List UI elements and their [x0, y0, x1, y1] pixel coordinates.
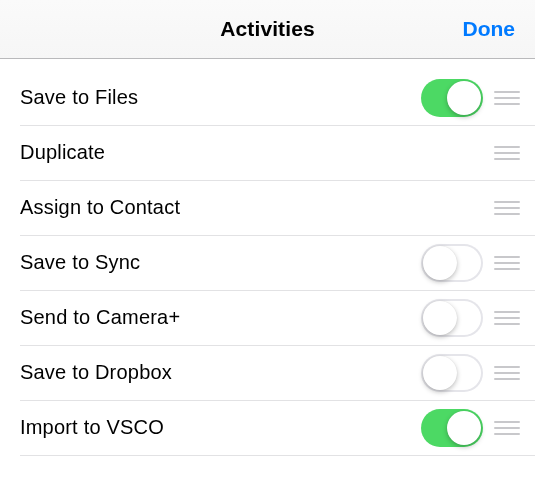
switch-knob — [423, 356, 457, 390]
switch-knob — [447, 411, 481, 445]
activity-row: Send to Camera+ — [0, 290, 535, 345]
toggle-switch[interactable] — [421, 244, 483, 282]
toggle-area — [421, 409, 491, 447]
done-button[interactable]: Done — [463, 0, 516, 58]
activity-label: Save to Dropbox — [20, 361, 421, 384]
toggle-switch[interactable] — [421, 409, 483, 447]
toggle-area — [421, 79, 491, 117]
activity-row: Save to Dropbox — [0, 345, 535, 400]
navbar: Activities Done — [0, 0, 535, 59]
activity-label: Send to Camera+ — [20, 306, 421, 329]
switch-knob — [447, 81, 481, 115]
activity-row: Import to VSCO — [0, 400, 535, 455]
drag-handle-icon[interactable] — [491, 193, 523, 223]
activities-list: Save to FilesDuplicateAssign to ContactS… — [0, 59, 535, 483]
toggle-switch[interactable] — [421, 79, 483, 117]
switch-knob — [423, 246, 457, 280]
drag-handle-icon[interactable] — [491, 83, 523, 113]
drag-handle-icon[interactable] — [491, 138, 523, 168]
activity-label: Save to Files — [20, 86, 421, 109]
toggle-area — [421, 244, 491, 282]
toggle-switch[interactable] — [421, 299, 483, 337]
activity-row: Save to Files — [0, 70, 535, 125]
activity-row — [0, 455, 535, 483]
drag-handle-icon[interactable] — [491, 248, 523, 278]
activity-label: Save to Sync — [20, 251, 421, 274]
activity-label: Duplicate — [20, 141, 421, 164]
activity-row: Save to Sync — [0, 235, 535, 290]
drag-handle-icon[interactable] — [491, 413, 523, 443]
activity-row: Assign to Contact — [0, 180, 535, 235]
switch-knob — [423, 301, 457, 335]
navbar-title: Activities — [220, 17, 314, 41]
toggle-area — [421, 354, 491, 392]
toggle-switch[interactable] — [421, 354, 483, 392]
toggle-area — [421, 299, 491, 337]
drag-handle-icon[interactable] — [491, 303, 523, 333]
activity-label: Assign to Contact — [20, 196, 421, 219]
activity-row: Duplicate — [0, 125, 535, 180]
drag-handle-icon[interactable] — [491, 358, 523, 388]
activity-label: Import to VSCO — [20, 416, 421, 439]
